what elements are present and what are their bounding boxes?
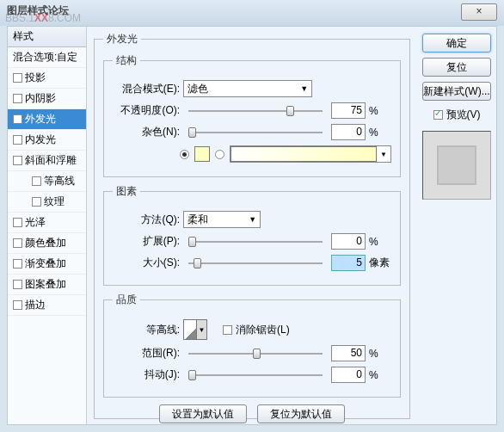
noise-label: 杂色(N): bbox=[113, 125, 180, 139]
set-default-button[interactable]: 设置为默认值 bbox=[159, 404, 247, 423]
checkbox-icon[interactable] bbox=[13, 73, 22, 83]
technique-label: 方法(Q): bbox=[113, 213, 180, 227]
style-row-drop-shadow[interactable]: 投影 bbox=[8, 68, 86, 89]
contour-label: 等高线: bbox=[113, 323, 180, 337]
opacity-label: 不透明度(O): bbox=[113, 103, 180, 118]
size-slider[interactable] bbox=[188, 256, 323, 270]
quality-legend: 品质 bbox=[113, 293, 140, 307]
spread-input[interactable]: 0 bbox=[331, 233, 366, 250]
style-row-inner-shadow[interactable]: 内阴影 bbox=[8, 89, 86, 109]
preview-label: 预览(V) bbox=[446, 108, 481, 122]
jitter-slider[interactable] bbox=[188, 368, 323, 382]
styles-header: 样式 bbox=[8, 27, 86, 47]
opacity-slider[interactable] bbox=[188, 104, 323, 118]
preview-thumbnail bbox=[422, 131, 491, 200]
new-style-button[interactable]: 新建样式(W)... bbox=[422, 82, 491, 101]
antialias-label: 消除锯齿(L) bbox=[236, 323, 290, 337]
checkbox-icon[interactable] bbox=[13, 135, 22, 145]
checkbox-icon[interactable] bbox=[13, 94, 22, 103]
action-panel: 确定 复位 新建样式(W)... 预览(V) bbox=[417, 27, 496, 424]
checkbox-icon[interactable] bbox=[32, 197, 41, 207]
style-row-color-overlay[interactable]: 颜色叠加 bbox=[8, 233, 86, 254]
outer-glow-group: 外发光 结构 混合模式(E): 滤色▼ 不透明度(O): 75 % 杂色(N):… bbox=[94, 32, 410, 419]
chevron-down-icon: ▼ bbox=[377, 151, 390, 158]
style-row-satin[interactable]: 光泽 bbox=[8, 213, 86, 233]
settings-panel: 外发光 结构 混合模式(E): 滤色▼ 不透明度(O): 75 % 杂色(N):… bbox=[87, 27, 417, 424]
style-row-contour[interactable]: 等高线 bbox=[8, 171, 86, 192]
style-row-texture[interactable]: 纹理 bbox=[8, 192, 86, 213]
dialog-body: 样式 混合选项:自定 投影 内阴影 外发光 内发光 斜面和浮雕 等高线 纹理 光… bbox=[7, 26, 497, 425]
opacity-input[interactable]: 75 bbox=[331, 102, 366, 119]
chevron-down-icon: ▼ bbox=[249, 215, 256, 224]
color-swatch[interactable] bbox=[194, 146, 210, 162]
size-label: 大小(S): bbox=[113, 256, 180, 270]
range-slider[interactable] bbox=[188, 347, 323, 361]
chevron-down-icon: ▼ bbox=[196, 320, 206, 339]
ok-button[interactable]: 确定 bbox=[422, 34, 491, 52]
gradient-radio[interactable] bbox=[215, 150, 224, 159]
quality-group: 品质 等高线: ▼ 消除锯齿(L) 范围(R): 50 % 抖动(J): bbox=[103, 293, 401, 398]
elements-group: 图素 方法(Q): 柔和▼ 扩展(P): 0 % 大小(S): 5 像素 bbox=[103, 184, 401, 286]
spread-slider[interactable] bbox=[188, 235, 323, 249]
style-row-inner-glow[interactable]: 内发光 bbox=[8, 130, 86, 151]
antialias-checkbox[interactable] bbox=[223, 325, 232, 335]
contour-picker[interactable]: ▼ bbox=[183, 319, 207, 340]
outer-glow-title: 外发光 bbox=[103, 32, 141, 46]
range-input[interactable]: 50 bbox=[331, 345, 366, 361]
preview-checkbox[interactable] bbox=[433, 110, 443, 120]
elements-legend: 图素 bbox=[113, 184, 140, 199]
structure-group: 结构 混合模式(E): 滤色▼ 不透明度(O): 75 % 杂色(N): 0 % bbox=[103, 53, 401, 177]
jitter-label: 抖动(J): bbox=[113, 367, 180, 382]
cancel-button[interactable]: 复位 bbox=[422, 58, 491, 77]
styles-list: 样式 混合选项:自定 投影 内阴影 外发光 内发光 斜面和浮雕 等高线 纹理 光… bbox=[8, 27, 87, 424]
checkbox-icon[interactable] bbox=[13, 156, 22, 165]
close-button[interactable]: × bbox=[461, 3, 497, 21]
style-row-gradient-overlay[interactable]: 渐变叠加 bbox=[8, 254, 86, 275]
chevron-down-icon: ▼ bbox=[300, 84, 308, 93]
color-radio[interactable] bbox=[180, 150, 189, 159]
watermark: BBS.1XX8.COM bbox=[5, 12, 81, 24]
close-icon: × bbox=[476, 5, 482, 17]
checkbox-icon[interactable] bbox=[13, 218, 22, 227]
gradient-picker[interactable]: ▼ bbox=[230, 145, 391, 163]
range-label: 范围(R): bbox=[113, 346, 180, 361]
checkbox-icon[interactable] bbox=[32, 176, 41, 186]
checkbox-icon[interactable] bbox=[13, 114, 22, 124]
style-row-bevel[interactable]: 斜面和浮雕 bbox=[8, 151, 86, 171]
style-row-stroke[interactable]: 描边 bbox=[8, 295, 86, 316]
checkbox-icon[interactable] bbox=[13, 300, 22, 310]
jitter-input[interactable]: 0 bbox=[331, 367, 366, 383]
structure-legend: 结构 bbox=[113, 53, 140, 68]
style-row-pattern-overlay[interactable]: 图案叠加 bbox=[8, 275, 86, 295]
style-row-outer-glow[interactable]: 外发光 bbox=[8, 109, 86, 130]
blend-options-row[interactable]: 混合选项:自定 bbox=[8, 47, 86, 68]
blend-mode-combo[interactable]: 滤色▼ bbox=[183, 80, 312, 97]
checkbox-icon[interactable] bbox=[13, 238, 22, 248]
spread-label: 扩展(P): bbox=[113, 234, 180, 249]
technique-combo[interactable]: 柔和▼ bbox=[183, 211, 261, 228]
blend-mode-label: 混合模式(E): bbox=[113, 82, 180, 96]
size-input[interactable]: 5 bbox=[331, 255, 366, 271]
checkbox-icon[interactable] bbox=[13, 280, 22, 289]
noise-input[interactable]: 0 bbox=[331, 124, 366, 140]
reset-default-button[interactable]: 复位为默认值 bbox=[257, 404, 345, 423]
noise-slider[interactable] bbox=[188, 126, 323, 139]
checkbox-icon[interactable] bbox=[13, 259, 22, 268]
